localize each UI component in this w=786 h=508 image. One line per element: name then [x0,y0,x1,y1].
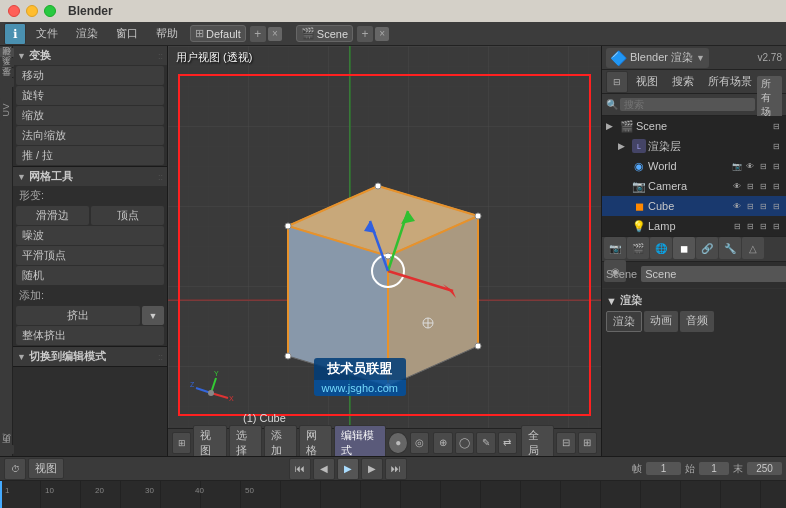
prop-tab-scene[interactable]: 🎬 [627,237,649,259]
menu-help[interactable]: 帮助 [148,24,186,43]
display-tab[interactable]: 显示 [0,78,14,87]
scene-expand-icon[interactable]: ▶ [606,121,618,131]
flatten-vertex-button[interactable]: 平滑顶点 [16,246,164,265]
scene-selector[interactable]: 🎬 Scene [296,25,353,42]
transform-header[interactable]: ▼ 变换 :: [13,46,167,65]
render-tab-audio[interactable]: 音频 [680,311,714,332]
vertex-button[interactable]: 顶点 [91,206,164,225]
3d-viewport[interactable]: 用户视图 (透视) X Y Z (1) Cube ⊞ [168,46,601,456]
cube-icon4[interactable]: ⊟ [770,200,782,212]
prop-tab-world[interactable]: 🌐 [650,237,672,259]
play-button[interactable]: ▶ [337,458,359,480]
tree-item-lamp[interactable]: ▶ 💡 Lamp ⊟ ⊟ ⊟ ⊟ [602,216,786,236]
right-panel-icon[interactable]: ⊟ [606,71,628,93]
cam-icon2[interactable]: ⊟ [744,180,756,192]
viewport-overlay-icon[interactable]: ⊞ [578,432,597,454]
select-menu[interactable]: 选择 [229,425,262,457]
menu-render[interactable]: 渲染 [68,24,106,43]
delete-screen-button[interactable]: × [268,27,282,41]
blender-logo-button[interactable]: 🔷 Blender 渲染 ▼ [606,48,709,68]
world-vis2[interactable]: ⊟ [757,160,769,172]
render-tab-render[interactable]: 渲染 [606,311,642,332]
history-tab[interactable]: 历史 [0,445,14,454]
scene-name-input[interactable] [641,266,786,282]
sculpt-icon[interactable]: ✎ [476,432,495,454]
jump-to-start[interactable]: ⏮ [289,458,311,480]
extrude-dropdown[interactable]: ▼ [142,306,164,325]
proportional-icon[interactable]: ◯ [455,432,474,454]
rl-icon1[interactable]: ⊟ [770,140,782,152]
noise-button[interactable]: 噪波 [16,226,164,245]
uv-tab[interactable]: UV [0,99,12,121]
lamp-icon2[interactable]: ⊟ [744,220,756,232]
lamp-icon4[interactable]: ⊟ [770,220,782,232]
push-pull-button[interactable]: 推 / 拉 [16,146,164,165]
mirror-icon[interactable]: ⇄ [498,432,517,454]
create-tab[interactable]: 创建 [0,58,14,67]
extrude-button[interactable]: 挤出 [16,306,140,325]
viewport-shading-wire[interactable]: ◎ [410,432,429,454]
cam-icon4[interactable]: ⊟ [770,180,782,192]
current-frame-input[interactable] [646,462,681,475]
timeline-view-menu[interactable]: 视图 [28,458,64,479]
extrude-region-button[interactable]: 整体挤出 [16,326,164,345]
snap-icon[interactable]: ⊕ [433,432,452,454]
tree-item-world[interactable]: ▶ ◉ World 📷 👁 ⊟ ⊟ [602,156,786,176]
all-scenes-tab[interactable]: 所有场景 [702,72,758,91]
mesh-menu[interactable]: 网格 [299,425,332,457]
prop-tab-object[interactable]: ◼ [673,237,695,259]
add-menu[interactable]: 添加 [264,425,297,457]
screen-layout-selector[interactable]: ⊞ Default [190,25,246,42]
mesh-tools-header[interactable]: ▼ 网格工具 :: [13,167,167,186]
cam-icon1[interactable]: 👁 [731,180,743,192]
end-frame-input[interactable] [747,462,782,475]
world-vis3[interactable]: ⊟ [770,160,782,172]
viewport-nav-icon[interactable]: ⊟ [556,432,575,454]
viewport-type-icon[interactable]: ⊞ [172,432,191,454]
view-tab[interactable]: 视图 [630,72,664,91]
global-local[interactable]: 全局 [521,425,554,457]
scale-button[interactable]: 缩放 [16,106,164,125]
edit-mode-selector[interactable]: 编辑模式 [334,425,386,457]
prev-frame[interactable]: ◀ [313,458,335,480]
slide-edge-button[interactable]: 滑滑边 [16,206,89,225]
render-layers-expand[interactable]: ▶ [618,141,630,151]
scene-visibility-icon[interactable]: ⊟ [770,120,782,132]
prop-tab-render[interactable]: 📷 [604,237,626,259]
cube-icon3[interactable]: ⊟ [757,200,769,212]
viewport-shading-solid[interactable]: ● [388,432,407,454]
menu-window[interactable]: 窗口 [108,24,146,43]
prop-tab-constraints[interactable]: 🔗 [696,237,718,259]
timeline-type-icon[interactable]: ⏱ [4,458,26,480]
random-button[interactable]: 随机 [16,266,164,285]
lamp-icon3[interactable]: ⊟ [757,220,769,232]
cam-icon3[interactable]: ⊟ [757,180,769,192]
lamp-icon1[interactable]: ⊟ [731,220,743,232]
move-button[interactable]: 移动 [16,66,164,85]
switch-edit-header[interactable]: ▼ 切换到编辑模式 :: [13,347,167,366]
info-button[interactable]: ℹ [4,23,26,45]
tools-tab[interactable]: 工具 [0,48,14,57]
maximize-button[interactable] [44,5,56,17]
relations-tab[interactable]: 关系 [0,68,14,77]
search-tab[interactable]: 搜索 [666,72,700,91]
normal-scale-button[interactable]: 法向缩放 [16,126,164,145]
delete-scene-button[interactable]: × [375,27,389,41]
add-scene-button[interactable]: + [357,26,373,42]
cube-icon1[interactable]: 👁 [731,200,743,212]
rotate-button[interactable]: 旋转 [16,86,164,105]
add-screen-button[interactable]: + [250,26,266,42]
view-menu[interactable]: 视图 [193,425,226,457]
world-render[interactable]: 📷 [731,160,743,172]
tree-item-render-layers[interactable]: ▶ L 渲染层 ⊟ [602,136,786,156]
close-button[interactable] [8,5,20,17]
next-frame[interactable]: ▶ [361,458,383,480]
world-vis1[interactable]: 👁 [744,160,756,172]
render-tab-animation[interactable]: 动画 [644,311,678,332]
tree-item-scene[interactable]: ▶ 🎬 Scene ⊟ [602,116,786,136]
minimize-button[interactable] [26,5,38,17]
timeline-body[interactable]: 1 10 20 30 40 50 [0,481,786,508]
jump-to-end[interactable]: ⏭ [385,458,407,480]
menu-file[interactable]: 文件 [28,24,66,43]
prop-tab-modifiers[interactable]: 🔧 [719,237,741,259]
